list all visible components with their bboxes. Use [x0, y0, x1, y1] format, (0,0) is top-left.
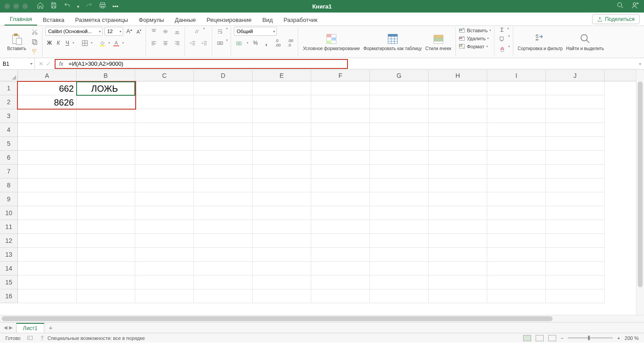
page-layout-view-icon[interactable] — [536, 335, 544, 341]
print-icon[interactable] — [99, 2, 106, 11]
find-select-button[interactable]: Найти и выделить — [564, 33, 605, 51]
next-sheet-icon[interactable]: ▶ — [9, 325, 13, 331]
wrap-text-icon[interactable] — [215, 27, 225, 36]
col-header[interactable]: I — [487, 70, 546, 81]
fill-color-icon[interactable] — [97, 38, 107, 47]
increase-font-icon[interactable]: A▴ — [125, 28, 133, 34]
autosum-icon[interactable]: Σ — [498, 27, 506, 33]
font-size-select[interactable]: 12 — [104, 27, 123, 36]
decrease-font-icon[interactable]: A▾ — [135, 29, 143, 34]
name-box[interactable]: B1 — [0, 58, 35, 69]
col-header[interactable]: D — [194, 70, 253, 81]
zoom-in-icon[interactable]: + — [617, 335, 620, 341]
redo-icon[interactable] — [86, 2, 93, 11]
orientation-icon[interactable] — [192, 27, 202, 36]
row-header[interactable]: 15 — [0, 276, 17, 289]
search-icon[interactable] — [616, 1, 624, 11]
align-right-icon[interactable] — [172, 38, 182, 47]
number-format-select[interactable]: Общий — [234, 27, 277, 36]
align-top-icon[interactable] — [149, 27, 159, 36]
currency-icon[interactable] — [234, 38, 244, 47]
row-header[interactable]: 1 — [0, 81, 17, 95]
align-left-icon[interactable] — [149, 38, 159, 47]
paste-button[interactable]: Вставить — [5, 33, 28, 51]
insert-cells-button[interactable]: Вставить▾ — [459, 27, 491, 34]
decrease-decimal-icon[interactable]: .00.0 — [285, 38, 295, 47]
home-icon[interactable] — [37, 2, 44, 11]
minimize-window-icon[interactable] — [13, 4, 19, 9]
row-header[interactable]: 9 — [0, 192, 17, 206]
align-middle-icon[interactable] — [160, 27, 170, 36]
row-header[interactable]: 16 — [0, 289, 17, 303]
clear-icon[interactable] — [497, 45, 507, 54]
tab-formulas[interactable]: Формулы — [133, 14, 170, 25]
more-icon[interactable]: ••• — [112, 3, 119, 10]
undo-dropdown-icon[interactable]: ▾ — [77, 4, 79, 9]
format-as-table-button[interactable]: Форматировать как таблицу — [362, 33, 424, 51]
row-header[interactable]: 13 — [0, 248, 17, 262]
tab-page-layout[interactable]: Разметка страницы — [70, 14, 133, 25]
tab-review[interactable]: Рецензирование — [201, 14, 257, 25]
zoom-slider[interactable] — [568, 337, 613, 339]
row-header[interactable]: 14 — [0, 262, 17, 276]
conditional-formatting-button[interactable]: Условное форматирование — [301, 33, 361, 51]
col-header[interactable]: E — [253, 70, 311, 81]
accessibility-status[interactable]: Специальные возможности: все в порядке — [39, 335, 145, 341]
horizontal-scrollbar[interactable] — [0, 315, 644, 322]
tab-developer[interactable]: Разработчик — [278, 14, 323, 25]
col-header[interactable]: G — [370, 70, 429, 81]
row-header[interactable]: 7 — [0, 165, 17, 178]
format-painter-icon[interactable] — [30, 47, 39, 56]
increase-decimal-icon[interactable]: .0.00 — [273, 38, 283, 47]
cancel-formula-icon[interactable]: ✕ — [39, 60, 43, 67]
row-header[interactable]: 11 — [0, 220, 17, 234]
enter-formula-icon[interactable]: ✓ — [46, 60, 51, 67]
sort-filter-button[interactable]: AЯ Сортировка и фильтр — [516, 33, 564, 51]
share-button[interactable]: Поделиться — [592, 14, 640, 24]
tab-data[interactable]: Данные — [169, 14, 201, 25]
col-header[interactable]: C — [135, 70, 194, 81]
cell-A2[interactable]: 8626 — [18, 96, 77, 110]
percent-icon[interactable]: % — [251, 40, 259, 46]
row-header[interactable]: 3 — [0, 109, 17, 123]
prev-sheet-icon[interactable]: ◀ — [4, 325, 7, 331]
tab-insert[interactable]: Вставка — [37, 14, 69, 25]
delete-cells-button[interactable]: Удалить▾ — [459, 35, 489, 42]
row-header[interactable]: 2 — [0, 95, 17, 109]
underline-button[interactable]: Ч — [63, 40, 71, 46]
comma-icon[interactable]: , — [262, 39, 270, 47]
tab-view[interactable]: Вид — [257, 14, 279, 25]
cell-B1[interactable]: ЛОЖЬ — [77, 82, 135, 96]
row-header[interactable]: 12 — [0, 234, 17, 248]
undo-icon[interactable] — [64, 2, 71, 11]
row-header[interactable]: 8 — [0, 178, 17, 192]
vertical-scrollbar[interactable] — [636, 70, 644, 315]
borders-icon[interactable] — [80, 38, 90, 47]
col-header[interactable]: A — [18, 70, 77, 81]
fx-icon[interactable]: fx — [56, 61, 67, 67]
bold-button[interactable]: Ж — [45, 40, 53, 46]
col-header[interactable]: B — [77, 70, 135, 81]
decrease-indent-icon[interactable] — [188, 38, 197, 47]
cell-A1[interactable]: 662 — [18, 82, 77, 96]
format-cells-button[interactable]: Формат▾ — [459, 43, 488, 50]
select-all-corner[interactable] — [0, 70, 18, 81]
save-icon[interactable] — [50, 2, 57, 11]
zoom-out-icon[interactable]: − — [561, 335, 563, 341]
col-header[interactable]: H — [429, 70, 487, 81]
zoom-level[interactable]: 200 % — [625, 335, 639, 341]
copy-icon[interactable] — [30, 38, 39, 47]
page-break-view-icon[interactable] — [548, 335, 556, 341]
add-sheet-button[interactable]: + — [44, 324, 57, 331]
merge-icon[interactable] — [215, 38, 225, 47]
fill-icon[interactable] — [497, 34, 507, 43]
row-header[interactable]: 5 — [0, 137, 17, 151]
italic-button[interactable]: К — [54, 40, 62, 46]
align-bottom-icon[interactable] — [172, 27, 182, 36]
row-header[interactable]: 10 — [0, 206, 17, 220]
formula-input[interactable]: =И(A1>300;A2>9000) — [67, 61, 125, 67]
tab-home[interactable]: Главная — [4, 13, 37, 25]
zoom-window-icon[interactable] — [22, 4, 28, 9]
account-icon[interactable] — [631, 1, 640, 11]
increase-indent-icon[interactable] — [199, 38, 209, 47]
